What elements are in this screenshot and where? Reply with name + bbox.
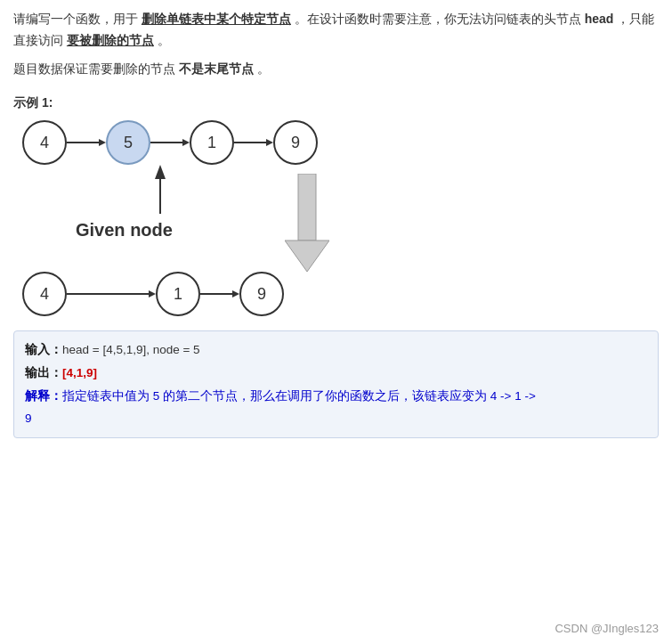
bold-text-2: 要被删除的节点 (67, 33, 154, 47)
svg-marker-13 (232, 290, 239, 298)
svg-rect-8 (298, 174, 316, 240)
arrow-2 (150, 136, 190, 149)
svg-marker-9 (285, 240, 329, 272)
middle-section: Given node (22, 165, 467, 289)
explain-value2: 9 (25, 412, 32, 425)
explain-value: 指定链表中值为 5 的第二个节点，那么在调用了你的函数之后，该链表应变为 4 -… (62, 389, 536, 403)
input-label: 输入： (25, 343, 62, 356)
svg-marker-7 (155, 165, 166, 179)
arrow-1 (67, 136, 106, 149)
node-4-bottom: 4 (22, 272, 67, 316)
svg-marker-5 (266, 139, 273, 146)
long-arrow-bottom (67, 288, 156, 300)
not-tail-text: 不是末尾节点 (179, 61, 254, 76)
node-4-top: 4 (22, 120, 67, 165)
down-arrow-container (285, 174, 329, 274)
down-arrow-svg (285, 174, 329, 272)
node-9-bottom: 9 (239, 272, 284, 316)
up-arrow-container (150, 165, 171, 214)
problem-description: 请编写一个函数，用于 删除单链表中某个特定节点 。在设计函数时需要注意，你无法访… (13, 9, 659, 52)
node-1-bottom: 1 (156, 272, 200, 316)
output-line: 输出：[4,1,9] (25, 362, 647, 385)
input-line: 输入：head = [4,5,1,9], node = 5 (25, 338, 647, 362)
node-5-highlighted: 5 (106, 120, 150, 165)
node-9-top: 9 (273, 120, 318, 165)
given-node-label: Given node (76, 220, 173, 240)
head-keyword: head (585, 12, 614, 26)
top-list-row: 4 5 1 9 (22, 120, 659, 165)
svg-marker-11 (149, 290, 156, 298)
explain-label: 解释： (25, 389, 62, 403)
svg-marker-3 (182, 139, 190, 146)
node-1-top: 1 (190, 120, 234, 165)
example-title: 示例 1: (13, 95, 659, 111)
watermark: CSDN @JIngles123 (555, 622, 659, 635)
problem-constraint: 题目数据保证需要删除的节点 不是末尾节点 。 (13, 59, 659, 80)
info-box: 输入：head = [4,5,1,9], node = 5 输出：[4,1,9]… (13, 330, 659, 438)
arrow-bottom-2 (200, 288, 239, 300)
output-label: 输出： (25, 366, 62, 379)
output-value: [4,1,9] (62, 366, 97, 379)
svg-marker-1 (99, 139, 106, 146)
arrow-3 (234, 136, 273, 149)
input-value: head = [4,5,1,9], node = 5 (62, 343, 200, 356)
bold-text-1: 删除单链表中某个特定节点 (142, 12, 291, 26)
explain-line: 解释：指定链表中值为 5 的第二个节点，那么在调用了你的函数之后，该链表应变为 … (25, 385, 647, 430)
up-arrow-svg (150, 165, 171, 214)
